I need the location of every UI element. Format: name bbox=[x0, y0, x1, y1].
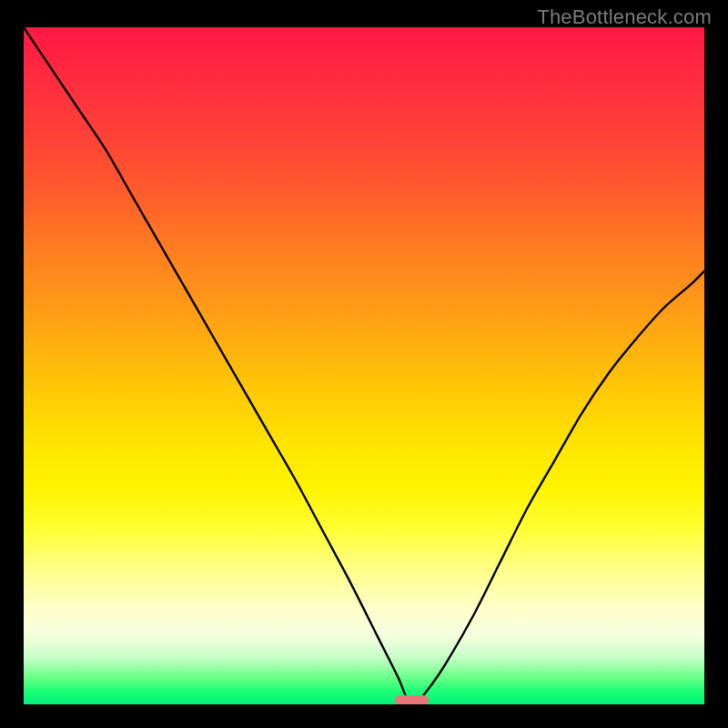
plot-area bbox=[24, 27, 704, 704]
bottleneck-curve bbox=[24, 27, 704, 704]
optimal-point-marker bbox=[395, 695, 429, 704]
bottleneck-chart: TheBottleneck.com bbox=[0, 0, 728, 728]
attribution-label: TheBottleneck.com bbox=[537, 5, 712, 29]
